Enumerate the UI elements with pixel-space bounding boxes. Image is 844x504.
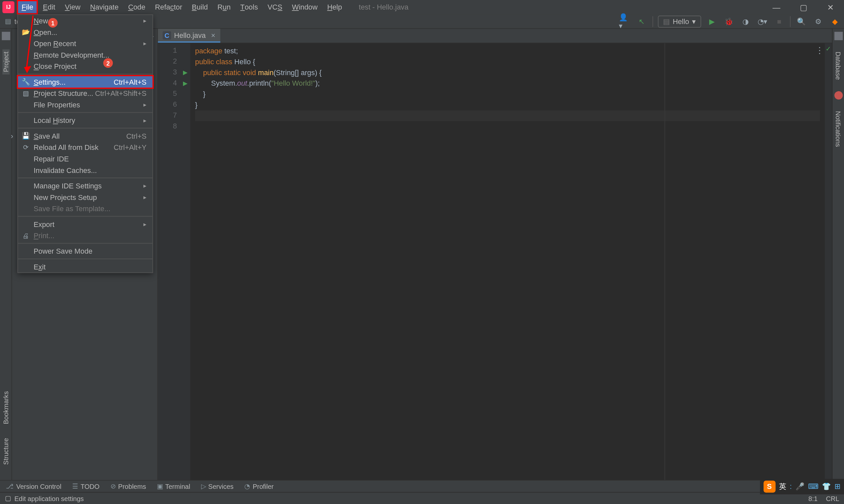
ime-lang-label[interactable]: 英 [779,482,786,492]
separator [652,16,653,27]
menu-item-code[interactable]: Code [123,0,150,15]
ide-logo-icon[interactable]: ◆ [829,15,841,27]
right-tool-database[interactable]: Database [835,49,842,82]
user-icon[interactable]: 👤▾ [619,15,631,27]
left-tool-stripe: Project Bookmarks Structure [0,29,12,480]
window-title: test - Hello.java [359,3,409,12]
debug-button[interactable]: 🐞 [723,15,735,27]
code-editor[interactable]: 12345678 ▶▶ package test;public class He… [158,43,832,480]
minimize-button[interactable]: — [763,0,790,15]
window-controls: — ▢ ✕ [763,0,844,15]
run-button[interactable]: ▶ [706,15,718,27]
chevron-down-icon: ▾ [692,17,696,26]
file-menu-reload-all-from-disk[interactable]: ⟳Reload All from DiskCtrl+Alt+Y [18,142,153,153]
run-config-name: Hello [673,17,689,26]
coverage-button[interactable]: ◑ [740,15,751,27]
line-number-gutter: 12345678 [158,43,181,480]
file-menu-print: 🖨Print... [18,230,153,241]
menu-item-run[interactable]: Run [213,0,236,15]
status-message: Edit application settings [15,495,84,502]
editor-more-icon[interactable]: ⋮ [815,46,824,55]
menu-item-tools[interactable]: Tools [236,0,263,15]
ime-icon[interactable]: S [763,481,775,492]
ime-mic-icon[interactable]: 🎤 [795,482,805,491]
menu-item-view[interactable]: View [60,0,85,15]
bottom-tool-stripe: ⎇Version Control☰TODO⊘Problems▣Terminal▷… [0,480,844,492]
ime-bar: S 英 : 🎤 ⌨ 👕 ⊞ [760,479,844,494]
code-content[interactable]: package test;public class Hello { public… [190,43,825,480]
right-tool-stripe: Database Notifications [832,29,844,480]
tool-window-todo[interactable]: ☰TODO [72,482,100,490]
file-menu-repair-ide[interactable]: Repair IDE [18,153,153,164]
tab-close-icon[interactable]: × [211,31,215,39]
ime-grid-icon[interactable]: ⊞ [834,482,840,491]
file-menu-settings[interactable]: 🔧Settings...Ctrl+Alt+S [18,76,153,88]
close-button[interactable]: ✕ [817,0,844,15]
stop-button[interactable]: ■ [773,15,785,27]
file-menu-export[interactable]: Export▸ [18,218,153,230]
menu-item-file[interactable]: File [17,0,38,15]
file-menu-local-history[interactable]: Local History▸ [18,115,153,126]
java-class-icon [162,31,171,39]
editor-area: Hello.java × 12345678 ▶▶ package test;pu… [158,29,832,480]
menu-item-help[interactable]: Help [323,0,347,15]
left-tool-project[interactable]: Project [2,49,9,74]
project-tool-icon[interactable] [2,32,10,40]
menu-item-navigate[interactable]: Navigate [85,0,123,15]
status-caret-position[interactable]: 8:1 [808,495,817,502]
ime-keyboard-icon[interactable]: ⌨ [808,482,818,491]
file-menu-file-properties[interactable]: File Properties▸ [18,99,153,111]
left-tool-structure[interactable]: Structure [2,436,9,467]
svg-line-0 [27,16,33,70]
svg-marker-1 [24,66,31,73]
menubar: FileEditViewNavigateCodeRefactorBuildRun… [17,0,347,15]
run-configuration-selector[interactable]: ▤ Hello ▾ [658,15,701,27]
tool-window-problems[interactable]: ⊘Problems [110,482,146,490]
status-line-separator[interactable]: CRL [826,495,839,502]
file-menu-power-save-mode[interactable]: Power Save Mode [18,246,153,257]
tool-window-services[interactable]: ▷Services [201,482,234,490]
tool-window-profiler[interactable]: ◔Profiler [244,482,274,490]
tab-label: Hello.java [174,31,206,39]
search-everywhere-button[interactable]: 🔍 [795,15,807,27]
left-tool-bookmarks[interactable]: Bookmarks [2,389,9,427]
database-tool-icon[interactable] [834,32,842,40]
annotation-badge-1: 1 [48,18,58,28]
file-menu-exit[interactable]: Exit [18,261,153,272]
menu-item-vcs[interactable]: VCS [263,0,287,15]
marker-stripe: ✓ [825,43,832,480]
gutter-icons: ▶▶ [181,43,190,480]
editor-tabs: Hello.java × [158,29,832,43]
tool-window-terminal[interactable]: ▣Terminal [157,482,190,490]
status-bar: ▢ Edit application settings 8:1 CRL [0,492,844,504]
profile-button[interactable]: ◔▾ [756,15,768,27]
right-tool-notifications[interactable]: Notifications [835,109,842,149]
file-menu-save-file-as-template: Save File as Template... [18,203,153,214]
file-menu-manage-ide-settings[interactable]: Manage IDE Settings▸ [18,180,153,192]
separator [790,16,791,27]
menu-item-window[interactable]: Window [287,0,323,15]
titlebar: IJ FileEditViewNavigateCodeRefactorBuild… [0,0,844,15]
settings-gear-icon[interactable]: ⚙ [812,15,824,27]
file-menu-save-all[interactable]: ›💾Save AllCtrl+S [18,130,153,142]
menu-item-build[interactable]: Build [187,0,213,15]
menu-item-refactor[interactable]: Refactor [150,0,187,15]
annotation-badge-2: 2 [103,58,113,68]
menu-item-edit[interactable]: Edit [38,0,60,15]
notifications-tool-icon[interactable] [834,91,842,100]
status-tool-window-icon[interactable]: ▢ [5,494,11,502]
file-menu-new-projects-setup[interactable]: New Projects Setup▸ [18,192,153,203]
annotation-arrow [24,15,42,74]
project-root-icon[interactable]: ▤ [3,16,13,26]
editor-tab-hello[interactable]: Hello.java × [158,29,220,42]
build-hammer-icon[interactable]: ↖ [636,15,648,27]
ime-dot1[interactable]: : [790,482,792,491]
inspection-ok-icon[interactable]: ✓ [825,43,832,53]
ime-skin-icon[interactable]: 👕 [822,482,831,491]
hard-wrap-guide [665,43,665,480]
file-menu-project-structure[interactable]: ▧Project Structure...Ctrl+Alt+Shift+S [18,88,153,99]
maximize-button[interactable]: ▢ [790,0,817,15]
tool-window-version-control[interactable]: ⎇Version Control [6,482,61,490]
file-menu-invalidate-caches[interactable]: Invalidate Caches... [18,164,153,176]
app-icon: IJ [2,1,14,13]
